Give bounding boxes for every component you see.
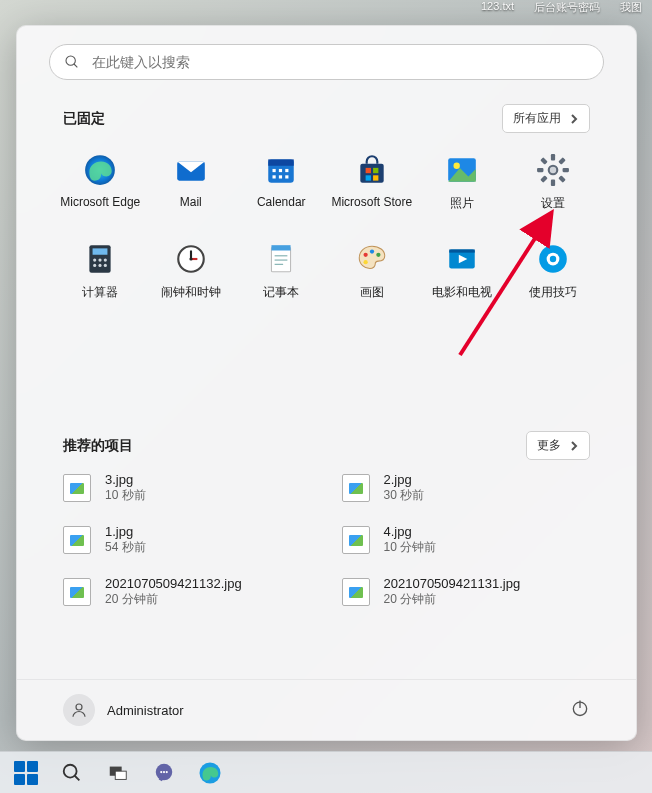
app-label: 电影和电视 [432, 284, 492, 301]
person-icon [70, 701, 88, 719]
svg-line-63 [75, 775, 80, 780]
username-label: Administrator [107, 703, 184, 718]
svg-line-1 [74, 64, 77, 67]
file-thumb-icon [342, 474, 370, 502]
avatar [63, 694, 95, 726]
svg-rect-24 [537, 168, 543, 172]
task-view-button[interactable] [104, 759, 132, 787]
svg-rect-14 [365, 168, 370, 173]
mail-icon [174, 153, 208, 187]
app-tile-settings[interactable]: 设置 [508, 147, 599, 218]
file-name: 2021070509421132.jpg [105, 576, 242, 591]
app-tile-calculator[interactable]: 计算器 [55, 236, 146, 307]
app-tile-calendar[interactable]: Calendar [236, 147, 327, 218]
recommended-item[interactable]: 2021070509421131.jpg20 分钟前 [342, 576, 591, 608]
app-tile-notepad[interactable]: 记事本 [236, 236, 327, 307]
taskbar-search-button[interactable] [58, 759, 86, 787]
task-view-icon [107, 762, 129, 784]
file-time: 20 分钟前 [384, 591, 521, 608]
svg-point-36 [93, 264, 96, 267]
power-icon [570, 698, 590, 718]
svg-rect-12 [286, 175, 289, 178]
svg-rect-6 [269, 159, 295, 165]
app-tile-edge[interactable]: Microsoft Edge [55, 147, 146, 218]
svg-rect-9 [286, 169, 289, 172]
svg-point-50 [376, 253, 380, 257]
recommended-title: 推荐的项目 [63, 437, 133, 455]
app-tile-photos[interactable]: 照片 [417, 147, 508, 218]
app-tile-tips[interactable]: 使用技巧 [508, 236, 599, 307]
svg-point-51 [363, 260, 367, 264]
power-button[interactable] [570, 698, 590, 722]
svg-point-68 [163, 770, 165, 772]
svg-rect-22 [551, 154, 555, 160]
app-label: 设置 [541, 195, 565, 212]
svg-rect-11 [279, 175, 282, 178]
user-account-button[interactable]: Administrator [63, 694, 184, 726]
search-input[interactable] [92, 54, 589, 70]
all-apps-button[interactable]: 所有应用 [502, 104, 590, 133]
app-label: 计算器 [82, 284, 118, 301]
app-label: Mail [180, 195, 202, 209]
calendar-icon [264, 153, 298, 187]
paint-icon [355, 242, 389, 276]
taskbar-edge-button[interactable] [196, 759, 224, 787]
chat-icon [153, 762, 175, 784]
svg-rect-8 [279, 169, 282, 172]
svg-point-57 [550, 256, 556, 262]
file-thumb-icon [63, 578, 91, 606]
app-tile-movies[interactable]: 电影和电视 [417, 236, 508, 307]
file-time: 20 分钟前 [105, 591, 242, 608]
file-name: 3.jpg [105, 472, 146, 487]
search-box[interactable] [49, 44, 604, 80]
movies-icon [445, 242, 479, 276]
svg-rect-44 [272, 245, 291, 250]
file-time: 10 分钟前 [384, 539, 437, 556]
file-thumb-icon [63, 474, 91, 502]
file-name: 2021070509421131.jpg [384, 576, 521, 591]
svg-rect-32 [93, 248, 108, 254]
svg-rect-27 [540, 175, 548, 183]
chat-button[interactable] [150, 759, 178, 787]
recommended-item[interactable]: 3.jpg10 秒前 [63, 472, 312, 504]
pinned-apps-grid: Microsoft Edge Mail Calendar Microsoft S… [17, 139, 636, 307]
svg-rect-65 [115, 771, 126, 779]
svg-point-35 [104, 258, 107, 261]
app-label: Microsoft Store [331, 195, 412, 209]
app-label: 使用技巧 [529, 284, 577, 301]
svg-rect-7 [273, 169, 276, 172]
more-button[interactable]: 更多 [526, 431, 590, 460]
clock-icon [174, 242, 208, 276]
photos-icon [445, 153, 479, 187]
svg-rect-26 [558, 157, 566, 165]
svg-point-37 [99, 264, 102, 267]
recommended-list: 3.jpg10 秒前 2.jpg30 秒前 1.jpg54 秒前 4.jpg10… [17, 466, 636, 608]
app-tile-mail[interactable]: Mail [146, 147, 237, 218]
app-tile-clock[interactable]: 闹钟和时钟 [146, 236, 237, 307]
app-label: Calendar [257, 195, 306, 209]
svg-point-49 [370, 249, 374, 253]
app-label: 闹钟和时钟 [161, 284, 221, 301]
svg-point-33 [93, 258, 96, 261]
notepad-icon [264, 242, 298, 276]
recommended-item[interactable]: 2021070509421132.jpg20 分钟前 [63, 576, 312, 608]
app-tile-store[interactable]: Microsoft Store [327, 147, 418, 218]
svg-point-38 [104, 264, 107, 267]
recommended-item[interactable]: 2.jpg30 秒前 [342, 472, 591, 504]
pinned-title: 已固定 [63, 110, 105, 128]
app-tile-paint[interactable]: 画图 [327, 236, 418, 307]
desktop-file-labels: 123.txt 后台账号密码 我图 [0, 0, 652, 20]
svg-point-62 [64, 764, 77, 777]
app-label: 记事本 [263, 284, 299, 301]
file-name: 4.jpg [384, 524, 437, 539]
svg-rect-29 [558, 175, 566, 183]
recommended-item[interactable]: 4.jpg10 分钟前 [342, 524, 591, 556]
edge-icon [198, 761, 222, 785]
file-time: 54 秒前 [105, 539, 146, 556]
file-time: 30 秒前 [384, 487, 425, 504]
svg-point-69 [166, 770, 168, 772]
recommended-item[interactable]: 1.jpg54 秒前 [63, 524, 312, 556]
svg-point-34 [99, 258, 102, 261]
start-button[interactable] [12, 759, 40, 787]
svg-rect-13 [360, 164, 383, 183]
